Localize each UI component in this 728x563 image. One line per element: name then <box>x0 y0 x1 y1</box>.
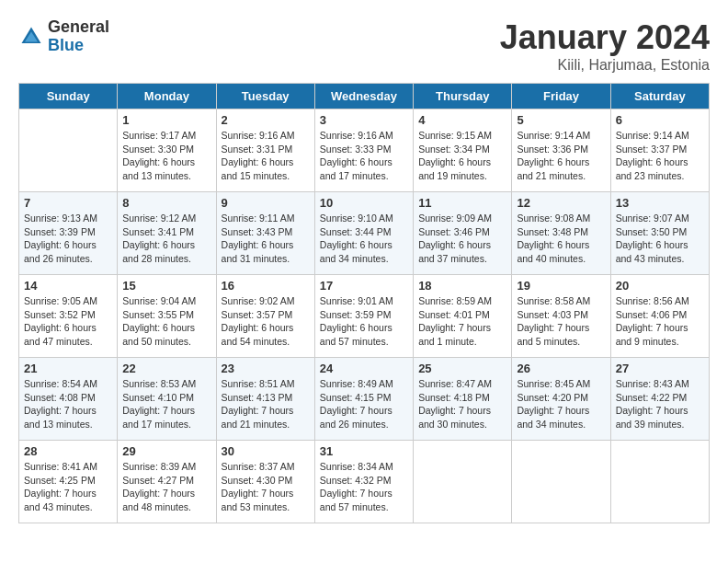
date-number: 21 <box>24 362 112 375</box>
cell-info: Sunrise: 9:15 AM Sunset: 3:34 PM Dayligh… <box>418 129 506 183</box>
calendar-cell: 12Sunrise: 9:08 AM Sunset: 3:48 PM Dayli… <box>512 192 610 275</box>
date-number: 8 <box>122 196 210 210</box>
calendar-cell: 8Sunrise: 9:12 AM Sunset: 3:41 PM Daylig… <box>118 192 216 275</box>
date-number: 11 <box>418 196 506 210</box>
calendar-cell: 14Sunrise: 9:05 AM Sunset: 3:52 PM Dayli… <box>19 275 118 358</box>
cell-info: Sunrise: 8:51 AM Sunset: 4:13 PM Dayligh… <box>222 377 310 431</box>
date-number: 5 <box>517 113 605 127</box>
cell-info: Sunrise: 9:02 AM Sunset: 3:57 PM Dayligh… <box>222 294 310 349</box>
date-number: 9 <box>222 196 310 210</box>
calendar-cell: 21Sunrise: 8:54 AM Sunset: 4:08 PM Dayli… <box>19 358 118 441</box>
cell-info: Sunrise: 8:49 AM Sunset: 4:15 PM Dayligh… <box>320 377 408 431</box>
date-number: 26 <box>517 362 605 375</box>
calendar-cell: 26Sunrise: 8:45 AM Sunset: 4:20 PM Dayli… <box>512 358 610 441</box>
cell-info: Sunrise: 8:34 AM Sunset: 4:32 PM Dayligh… <box>320 460 408 514</box>
calendar-week-row: 7Sunrise: 9:13 AM Sunset: 3:39 PM Daylig… <box>19 192 710 275</box>
date-number: 12 <box>517 196 605 210</box>
calendar-cell <box>414 441 512 523</box>
calendar-cell: 1Sunrise: 9:17 AM Sunset: 3:30 PM Daylig… <box>118 109 216 192</box>
calendar-cell: 17Sunrise: 9:01 AM Sunset: 3:59 PM Dayli… <box>314 275 413 358</box>
calendar-cell: 20Sunrise: 8:56 AM Sunset: 4:06 PM Dayli… <box>610 275 709 358</box>
calendar-cell: 13Sunrise: 9:07 AM Sunset: 3:50 PM Dayli… <box>610 192 709 275</box>
calendar-table: SundayMondayTuesdayWednesdayThursdayFrid… <box>18 83 710 523</box>
date-number: 19 <box>517 279 605 293</box>
calendar-cell <box>610 441 709 523</box>
calendar-cell: 23Sunrise: 8:51 AM Sunset: 4:13 PM Dayli… <box>216 358 314 441</box>
cell-info: Sunrise: 8:54 AM Sunset: 4:08 PM Dayligh… <box>24 377 112 431</box>
cell-info: Sunrise: 9:08 AM Sunset: 3:48 PM Dayligh… <box>517 212 605 266</box>
calendar-cell: 15Sunrise: 9:04 AM Sunset: 3:55 PM Dayli… <box>118 275 216 358</box>
date-number: 28 <box>24 444 112 458</box>
date-number: 7 <box>24 196 112 210</box>
calendar-cell: 22Sunrise: 8:53 AM Sunset: 4:10 PM Dayli… <box>118 358 216 441</box>
logo: General Blue <box>18 18 109 55</box>
subtitle: Kiili, Harjumaa, Estonia <box>500 57 710 74</box>
calendar-cell: 6Sunrise: 9:14 AM Sunset: 3:37 PM Daylig… <box>610 109 709 192</box>
date-number: 2 <box>222 113 310 127</box>
cell-info: Sunrise: 8:59 AM Sunset: 4:01 PM Dayligh… <box>418 294 506 349</box>
calendar-cell: 5Sunrise: 9:14 AM Sunset: 3:36 PM Daylig… <box>512 109 610 192</box>
calendar-week-row: 28Sunrise: 8:41 AM Sunset: 4:25 PM Dayli… <box>19 441 710 523</box>
day-header-monday: Monday <box>118 84 216 109</box>
day-header-saturday: Saturday <box>610 84 709 109</box>
cell-info: Sunrise: 8:58 AM Sunset: 4:03 PM Dayligh… <box>517 294 605 349</box>
logo-blue: Blue <box>48 37 109 55</box>
cell-info: Sunrise: 9:16 AM Sunset: 3:31 PM Dayligh… <box>222 129 310 183</box>
calendar-cell: 19Sunrise: 8:58 AM Sunset: 4:03 PM Dayli… <box>512 275 610 358</box>
logo-general: General <box>48 18 109 37</box>
date-number: 13 <box>616 196 704 210</box>
day-header-sunday: Sunday <box>19 84 118 109</box>
calendar-cell: 2Sunrise: 9:16 AM Sunset: 3:31 PM Daylig… <box>216 109 314 192</box>
date-number: 25 <box>418 362 506 375</box>
calendar-week-row: 14Sunrise: 9:05 AM Sunset: 3:52 PM Dayli… <box>19 275 710 358</box>
cell-info: Sunrise: 8:47 AM Sunset: 4:18 PM Dayligh… <box>418 377 506 431</box>
calendar-cell: 16Sunrise: 9:02 AM Sunset: 3:57 PM Dayli… <box>216 275 314 358</box>
date-number: 23 <box>222 362 310 375</box>
day-header-tuesday: Tuesday <box>216 84 314 109</box>
calendar-cell <box>19 109 118 192</box>
calendar-cell: 18Sunrise: 8:59 AM Sunset: 4:01 PM Dayli… <box>414 275 512 358</box>
cell-info: Sunrise: 9:12 AM Sunset: 3:41 PM Dayligh… <box>122 212 210 266</box>
calendar-cell: 24Sunrise: 8:49 AM Sunset: 4:15 PM Dayli… <box>314 358 413 441</box>
main-title: January 2024 <box>500 18 710 57</box>
date-number: 17 <box>320 279 408 293</box>
page-header: General Blue January 2024 Kiili, Harjuma… <box>18 18 710 74</box>
date-number: 24 <box>320 362 408 375</box>
cell-info: Sunrise: 8:41 AM Sunset: 4:25 PM Dayligh… <box>24 460 112 514</box>
date-number: 16 <box>222 279 310 293</box>
date-number: 6 <box>616 113 704 127</box>
calendar-cell: 27Sunrise: 8:43 AM Sunset: 4:22 PM Dayli… <box>610 358 709 441</box>
calendar-cell: 31Sunrise: 8:34 AM Sunset: 4:32 PM Dayli… <box>314 441 413 523</box>
cell-info: Sunrise: 9:11 AM Sunset: 3:43 PM Dayligh… <box>222 212 310 266</box>
cell-info: Sunrise: 9:14 AM Sunset: 3:37 PM Dayligh… <box>616 129 704 183</box>
logo-text: General Blue <box>48 18 109 55</box>
date-number: 27 <box>616 362 704 375</box>
calendar-week-row: 21Sunrise: 8:54 AM Sunset: 4:08 PM Dayli… <box>19 358 710 441</box>
cell-info: Sunrise: 8:43 AM Sunset: 4:22 PM Dayligh… <box>616 377 704 431</box>
date-number: 20 <box>616 279 704 293</box>
cell-info: Sunrise: 9:17 AM Sunset: 3:30 PM Dayligh… <box>122 129 210 183</box>
calendar-cell <box>512 441 610 523</box>
cell-info: Sunrise: 9:14 AM Sunset: 3:36 PM Dayligh… <box>517 129 605 183</box>
calendar-header-row: SundayMondayTuesdayWednesdayThursdayFrid… <box>19 84 710 109</box>
date-number: 4 <box>418 113 506 127</box>
date-number: 15 <box>122 279 210 293</box>
cell-info: Sunrise: 9:13 AM Sunset: 3:39 PM Dayligh… <box>24 212 112 266</box>
cell-info: Sunrise: 9:16 AM Sunset: 3:33 PM Dayligh… <box>320 129 408 183</box>
calendar-cell: 9Sunrise: 9:11 AM Sunset: 3:43 PM Daylig… <box>216 192 314 275</box>
calendar-cell: 25Sunrise: 8:47 AM Sunset: 4:18 PM Dayli… <box>414 358 512 441</box>
date-number: 30 <box>222 444 310 458</box>
cell-info: Sunrise: 9:01 AM Sunset: 3:59 PM Dayligh… <box>320 294 408 349</box>
cell-info: Sunrise: 8:45 AM Sunset: 4:20 PM Dayligh… <box>517 377 605 431</box>
calendar-cell: 30Sunrise: 8:37 AM Sunset: 4:30 PM Dayli… <box>216 441 314 523</box>
date-number: 3 <box>320 113 408 127</box>
logo-icon <box>18 24 44 50</box>
cell-info: Sunrise: 9:05 AM Sunset: 3:52 PM Dayligh… <box>24 294 112 349</box>
cell-info: Sunrise: 8:39 AM Sunset: 4:27 PM Dayligh… <box>122 460 210 514</box>
day-header-wednesday: Wednesday <box>314 84 413 109</box>
calendar-cell: 10Sunrise: 9:10 AM Sunset: 3:44 PM Dayli… <box>314 192 413 275</box>
calendar-cell: 11Sunrise: 9:09 AM Sunset: 3:46 PM Dayli… <box>414 192 512 275</box>
date-number: 31 <box>320 444 408 458</box>
calendar-week-row: 1Sunrise: 9:17 AM Sunset: 3:30 PM Daylig… <box>19 109 710 192</box>
cell-info: Sunrise: 8:37 AM Sunset: 4:30 PM Dayligh… <box>222 460 310 514</box>
